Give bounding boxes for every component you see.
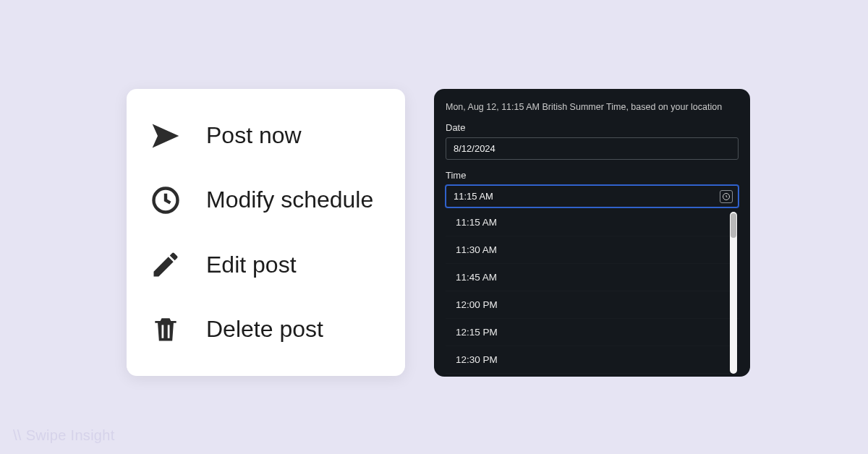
date-field-group: Date — [446, 122, 739, 160]
time-input[interactable] — [446, 185, 739, 207]
time-options-dropdown: 11:15 AM 11:30 AM 11:45 AM 12:00 PM 12:1… — [446, 209, 739, 377]
schedule-datetime-panel: Mon, Aug 12, 11:15 AM British Summer Tim… — [434, 89, 750, 377]
delete-post-item[interactable]: Delete post — [148, 307, 398, 351]
watermark: \\Swipe Insight — [13, 427, 115, 444]
menu-item-label: Post now — [206, 122, 302, 149]
menu-item-label: Edit post — [206, 252, 297, 278]
watermark-text: Swipe Insight — [26, 427, 115, 443]
date-input[interactable] — [446, 137, 739, 160]
time-option[interactable]: 12:15 PM — [446, 319, 739, 346]
time-label: Time — [446, 170, 739, 181]
watermark-slash-icon: \\ — [13, 427, 22, 443]
clock-icon — [148, 183, 183, 218]
time-input-wrap — [446, 185, 739, 207]
scrollbar-thumb[interactable] — [731, 213, 736, 238]
menu-item-label: Delete post — [206, 316, 323, 343]
time-option[interactable]: 11:30 AM — [446, 236, 739, 264]
time-option[interactable]: 12:00 PM — [446, 291, 739, 319]
time-option[interactable]: 11:15 AM — [446, 209, 739, 236]
time-option[interactable]: 11:45 AM — [446, 264, 739, 291]
date-label: Date — [446, 122, 739, 133]
post-actions-menu: Post now Modify schedule Edit post Delet… — [127, 89, 405, 376]
time-options-list: 11:15 AM 11:30 AM 11:45 AM 12:00 PM 12:1… — [446, 209, 739, 377]
pencil-icon — [148, 247, 183, 282]
menu-item-label: Modify schedule — [206, 187, 373, 213]
scrollbar-track[interactable] — [730, 212, 737, 374]
timezone-note: Mon, Aug 12, 11:15 AM British Summer Tim… — [446, 102, 739, 112]
post-now-item[interactable]: Post now — [148, 114, 398, 158]
clock-icon[interactable] — [720, 190, 733, 203]
time-field-group: Time 11:15 AM 11:30 AM 11:45 AM 12:00 PM… — [446, 170, 739, 377]
send-icon — [148, 119, 183, 153]
edit-post-item[interactable]: Edit post — [148, 243, 398, 286]
trash-icon — [148, 312, 183, 346]
modify-schedule-item[interactable]: Modify schedule — [148, 179, 398, 222]
time-option[interactable]: 12:30 PM — [446, 346, 739, 374]
